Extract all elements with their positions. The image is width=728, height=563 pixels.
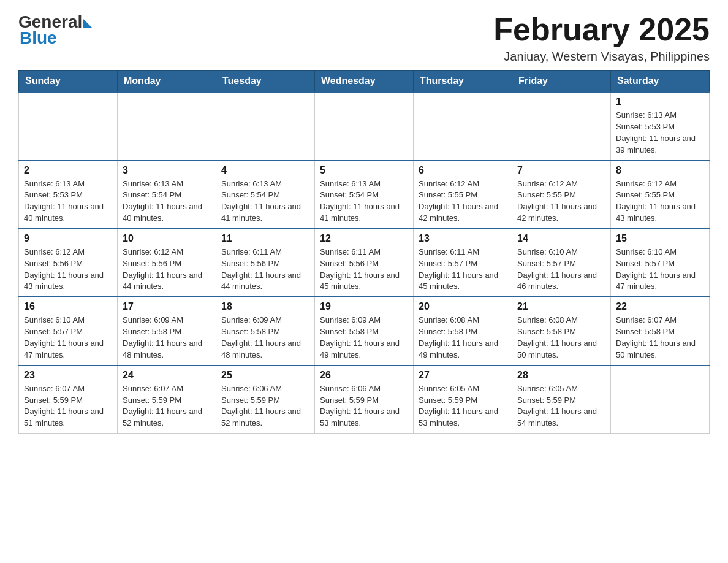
day-info-line: Sunset: 5:55 PM bbox=[616, 190, 675, 199]
day-number: 28 bbox=[517, 370, 605, 381]
table-row: 12Sunrise: 6:11 AMSunset: 5:56 PMDayligh… bbox=[315, 229, 414, 297]
day-info-line: Daylight: 11 hours and 53 minutes. bbox=[320, 407, 400, 427]
day-info-line: Sunrise: 6:08 AM bbox=[517, 315, 578, 324]
day-info: Sunrise: 6:05 AMSunset: 5:59 PMDaylight:… bbox=[419, 383, 507, 429]
table-row: 1Sunrise: 6:13 AMSunset: 5:53 PMDaylight… bbox=[611, 92, 710, 160]
day-info-line: Daylight: 11 hours and 50 minutes. bbox=[517, 339, 597, 359]
day-info-line: Daylight: 11 hours and 42 minutes. bbox=[517, 202, 597, 223]
day-number: 3 bbox=[123, 165, 211, 176]
day-number: 1 bbox=[616, 96, 704, 107]
day-info-line: Daylight: 11 hours and 43 minutes. bbox=[24, 270, 104, 291]
day-info: Sunrise: 6:05 AMSunset: 5:59 PMDaylight:… bbox=[517, 383, 605, 429]
table-row bbox=[611, 366, 710, 434]
day-info-line: Sunset: 5:55 PM bbox=[419, 190, 477, 199]
table-row: 25Sunrise: 6:06 AMSunset: 5:59 PMDayligh… bbox=[216, 366, 315, 434]
day-info-line: Sunrise: 6:11 AM bbox=[419, 247, 479, 256]
logo-blue-text: Blue bbox=[18, 28, 57, 48]
day-info-line: Sunrise: 6:12 AM bbox=[24, 247, 85, 256]
table-row bbox=[315, 92, 414, 160]
day-info-line: Sunrise: 6:08 AM bbox=[419, 315, 479, 324]
day-info-line: Sunset: 5:54 PM bbox=[221, 190, 280, 199]
page-header: General Blue February 2025 Janiuay, West… bbox=[18, 12, 710, 64]
calendar-table: Sunday Monday Tuesday Wednesday Thursday… bbox=[18, 70, 710, 434]
day-number: 5 bbox=[320, 165, 408, 176]
table-row: 21Sunrise: 6:08 AMSunset: 5:58 PMDayligh… bbox=[512, 297, 611, 365]
day-info-line: Sunset: 5:59 PM bbox=[419, 396, 477, 405]
header-monday: Monday bbox=[118, 71, 216, 93]
table-row: 18Sunrise: 6:09 AMSunset: 5:58 PMDayligh… bbox=[216, 297, 315, 365]
day-info-line: Sunset: 5:58 PM bbox=[221, 327, 280, 336]
logo: General Blue bbox=[18, 12, 92, 48]
day-info-line: Daylight: 11 hours and 43 minutes. bbox=[616, 202, 696, 223]
header-saturday: Saturday bbox=[611, 71, 710, 93]
day-info: Sunrise: 6:12 AMSunset: 5:55 PMDaylight:… bbox=[616, 178, 704, 224]
day-number: 6 bbox=[419, 165, 507, 176]
day-info-line: Sunrise: 6:13 AM bbox=[123, 179, 183, 188]
calendar-week-row: 1Sunrise: 6:13 AMSunset: 5:53 PMDaylight… bbox=[19, 92, 710, 160]
day-number: 14 bbox=[517, 233, 605, 244]
day-info: Sunrise: 6:09 AMSunset: 5:58 PMDaylight:… bbox=[123, 315, 211, 361]
day-info: Sunrise: 6:12 AMSunset: 5:55 PMDaylight:… bbox=[419, 178, 507, 224]
day-info-line: Daylight: 11 hours and 49 minutes. bbox=[419, 339, 498, 359]
day-number: 23 bbox=[24, 370, 112, 381]
day-info-line: Sunset: 5:55 PM bbox=[517, 190, 576, 199]
day-info-line: Daylight: 11 hours and 45 minutes. bbox=[419, 270, 498, 291]
day-info-line: Sunrise: 6:13 AM bbox=[24, 179, 85, 188]
day-info-line: Sunset: 5:56 PM bbox=[221, 259, 280, 268]
table-row: 7Sunrise: 6:12 AMSunset: 5:55 PMDaylight… bbox=[512, 161, 611, 229]
day-info-line: Sunrise: 6:11 AM bbox=[221, 247, 282, 256]
day-info: Sunrise: 6:08 AMSunset: 5:58 PMDaylight:… bbox=[517, 315, 605, 361]
header-wednesday: Wednesday bbox=[315, 71, 414, 93]
day-info-line: Daylight: 11 hours and 54 minutes. bbox=[517, 407, 597, 427]
day-info-line: Sunset: 5:58 PM bbox=[320, 327, 379, 336]
header-sunday: Sunday bbox=[19, 71, 118, 93]
calendar-week-row: 16Sunrise: 6:10 AMSunset: 5:57 PMDayligh… bbox=[19, 297, 710, 365]
day-info-line: Sunrise: 6:07 AM bbox=[123, 384, 183, 393]
day-info-line: Daylight: 11 hours and 45 minutes. bbox=[320, 270, 400, 291]
day-info-line: Sunrise: 6:12 AM bbox=[419, 179, 479, 188]
table-row: 10Sunrise: 6:12 AMSunset: 5:56 PMDayligh… bbox=[118, 229, 216, 297]
table-row: 13Sunrise: 6:11 AMSunset: 5:57 PMDayligh… bbox=[414, 229, 512, 297]
day-info: Sunrise: 6:07 AMSunset: 5:58 PMDaylight:… bbox=[616, 315, 704, 361]
day-info-line: Sunset: 5:53 PM bbox=[24, 190, 83, 199]
page-subtitle: Janiuay, Western Visayas, Philippines bbox=[493, 50, 710, 64]
table-row: 22Sunrise: 6:07 AMSunset: 5:58 PMDayligh… bbox=[611, 297, 710, 365]
table-row bbox=[118, 92, 216, 160]
day-number: 13 bbox=[419, 233, 507, 244]
day-info-line: Daylight: 11 hours and 53 minutes. bbox=[419, 407, 498, 427]
day-number: 20 bbox=[419, 301, 507, 312]
day-info: Sunrise: 6:11 AMSunset: 5:56 PMDaylight:… bbox=[320, 247, 408, 293]
day-info: Sunrise: 6:13 AMSunset: 5:54 PMDaylight:… bbox=[221, 178, 309, 224]
day-info: Sunrise: 6:08 AMSunset: 5:58 PMDaylight:… bbox=[419, 315, 507, 361]
day-number: 16 bbox=[24, 301, 112, 312]
calendar-header-row: Sunday Monday Tuesday Wednesday Thursday… bbox=[19, 71, 710, 93]
day-info-line: Sunrise: 6:09 AM bbox=[221, 315, 282, 324]
day-info-line: Sunrise: 6:05 AM bbox=[517, 384, 578, 393]
header-tuesday: Tuesday bbox=[216, 71, 315, 93]
day-info-line: Daylight: 11 hours and 44 minutes. bbox=[221, 270, 301, 291]
day-info-line: Sunrise: 6:13 AM bbox=[616, 110, 677, 120]
table-row: 2Sunrise: 6:13 AMSunset: 5:53 PMDaylight… bbox=[19, 161, 118, 229]
day-info-line: Sunset: 5:58 PM bbox=[517, 327, 576, 336]
table-row: 28Sunrise: 6:05 AMSunset: 5:59 PMDayligh… bbox=[512, 366, 611, 434]
day-info-line: Sunset: 5:56 PM bbox=[24, 259, 83, 268]
day-info-line: Sunrise: 6:13 AM bbox=[221, 179, 282, 188]
day-number: 7 bbox=[517, 165, 605, 176]
day-info-line: Sunrise: 6:06 AM bbox=[221, 384, 282, 393]
day-number: 18 bbox=[221, 301, 309, 312]
header-friday: Friday bbox=[512, 71, 611, 93]
table-row: 4Sunrise: 6:13 AMSunset: 5:54 PMDaylight… bbox=[216, 161, 315, 229]
day-info: Sunrise: 6:10 AMSunset: 5:57 PMDaylight:… bbox=[517, 247, 605, 293]
title-block: February 2025 Janiuay, Western Visayas, … bbox=[493, 12, 710, 64]
table-row bbox=[414, 92, 512, 160]
calendar-week-row: 23Sunrise: 6:07 AMSunset: 5:59 PMDayligh… bbox=[19, 366, 710, 434]
day-info-line: Sunrise: 6:10 AM bbox=[517, 247, 578, 256]
day-info-line: Sunset: 5:58 PM bbox=[419, 327, 477, 336]
day-info-line: Sunset: 5:58 PM bbox=[123, 327, 181, 336]
day-number: 8 bbox=[616, 165, 704, 176]
table-row: 11Sunrise: 6:11 AMSunset: 5:56 PMDayligh… bbox=[216, 229, 315, 297]
day-info: Sunrise: 6:13 AMSunset: 5:53 PMDaylight:… bbox=[24, 178, 112, 224]
day-info: Sunrise: 6:07 AMSunset: 5:59 PMDaylight:… bbox=[123, 383, 211, 429]
day-info: Sunrise: 6:06 AMSunset: 5:59 PMDaylight:… bbox=[320, 383, 408, 429]
calendar-week-row: 2Sunrise: 6:13 AMSunset: 5:53 PMDaylight… bbox=[19, 161, 710, 229]
